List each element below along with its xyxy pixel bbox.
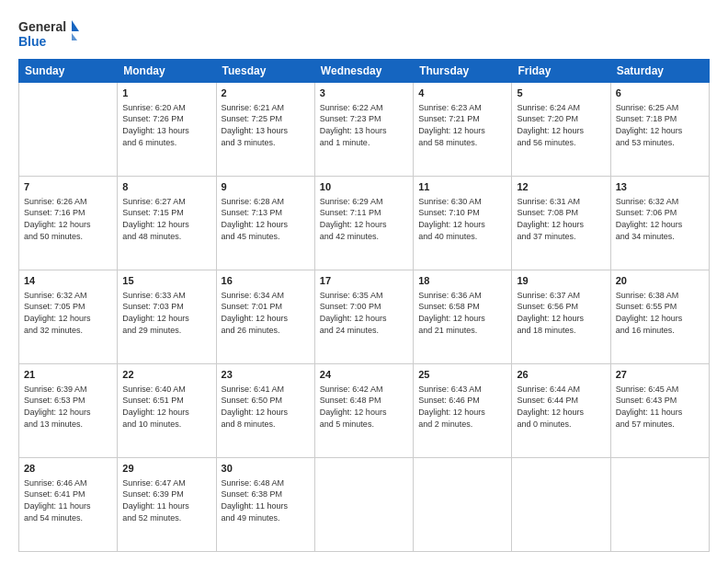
cell-info-line: Sunset: 7:05 PM xyxy=(24,301,112,313)
cell-info-line: Sunset: 7:18 PM xyxy=(616,113,704,125)
cell-info-line: Daylight: 12 hours xyxy=(122,407,210,419)
cell-info-line: Daylight: 11 hours xyxy=(122,500,210,512)
svg-text:General: General xyxy=(18,19,66,34)
cell-info-line: Sunrise: 6:44 AM xyxy=(517,384,605,396)
day-number: 23 xyxy=(222,368,310,382)
cell-info-line: and 29 minutes. xyxy=(122,325,210,337)
cell-info-line: Sunset: 7:21 PM xyxy=(418,113,506,125)
cell-info-line: Daylight: 12 hours xyxy=(517,219,605,231)
cell-info-line: and 45 minutes. xyxy=(222,231,310,243)
cell-info-line: Sunset: 7:01 PM xyxy=(222,301,310,313)
cell-info-line: Sunrise: 6:34 AM xyxy=(222,290,310,302)
day-number: 25 xyxy=(418,368,506,382)
calendar-cell: 18Sunrise: 6:36 AMSunset: 6:58 PMDayligh… xyxy=(414,270,512,364)
cell-info-line: Sunrise: 6:37 AM xyxy=(517,290,605,302)
cell-info-line: Sunrise: 6:24 AM xyxy=(517,102,605,114)
day-header-thursday: Thursday xyxy=(414,60,512,83)
cell-info-line: Sunset: 7:26 PM xyxy=(122,113,210,125)
logo-svg: General Blue xyxy=(18,15,83,52)
calendar-cell: 11Sunrise: 6:30 AMSunset: 7:10 PMDayligh… xyxy=(414,177,512,270)
cell-info-line: and 53 minutes. xyxy=(616,137,704,149)
calendar-cell xyxy=(19,83,118,177)
calendar-cell xyxy=(610,458,709,552)
day-header-monday: Monday xyxy=(118,60,216,83)
day-number: 13 xyxy=(616,180,704,194)
cell-info-line: Sunrise: 6:32 AM xyxy=(616,196,704,208)
cell-info-line: Sunrise: 6:28 AM xyxy=(222,196,310,208)
day-number: 18 xyxy=(418,274,506,288)
cell-info-line: Sunrise: 6:48 AM xyxy=(222,477,310,489)
cell-info-line: Sunset: 6:58 PM xyxy=(418,301,506,313)
cell-info-line: and 54 minutes. xyxy=(24,512,112,524)
day-number: 28 xyxy=(24,462,112,476)
cell-info-line: Sunset: 6:53 PM xyxy=(24,395,112,407)
cell-info-line: Daylight: 12 hours xyxy=(418,219,506,231)
cell-info-line: and 56 minutes. xyxy=(517,137,605,149)
cell-info-line: Sunset: 7:06 PM xyxy=(616,207,704,219)
day-number: 24 xyxy=(320,368,408,382)
calendar-cell xyxy=(414,458,512,552)
cell-info-line: Sunrise: 6:29 AM xyxy=(320,196,408,208)
cell-info-line: Sunset: 6:44 PM xyxy=(517,395,605,407)
cell-info-line: Sunrise: 6:30 AM xyxy=(418,196,506,208)
cell-info-line: Sunrise: 6:20 AM xyxy=(122,102,210,114)
day-number: 11 xyxy=(418,180,506,194)
cell-info-line: Sunrise: 6:25 AM xyxy=(616,102,704,114)
day-number: 21 xyxy=(24,368,112,382)
day-number: 20 xyxy=(616,274,704,288)
calendar-cell: 23Sunrise: 6:41 AMSunset: 6:50 PMDayligh… xyxy=(216,364,314,458)
day-header-friday: Friday xyxy=(512,60,610,83)
cell-info-line: Daylight: 11 hours xyxy=(24,500,112,512)
cell-info-line: and 26 minutes. xyxy=(222,325,310,337)
cell-info-line: Daylight: 12 hours xyxy=(517,125,605,137)
cell-info-line: Daylight: 12 hours xyxy=(616,313,704,325)
header: General Blue xyxy=(18,15,710,52)
cell-info-line: Sunset: 6:56 PM xyxy=(517,301,605,313)
day-number: 9 xyxy=(222,180,310,194)
day-number: 2 xyxy=(222,86,310,100)
cell-info-line: Sunrise: 6:23 AM xyxy=(418,102,506,114)
calendar-cell: 2Sunrise: 6:21 AMSunset: 7:25 PMDaylight… xyxy=(216,83,314,177)
cell-info-line: Daylight: 12 hours xyxy=(122,313,210,325)
day-number: 27 xyxy=(616,368,704,382)
cell-info-line: and 16 minutes. xyxy=(616,325,704,337)
calendar-table: SundayMondayTuesdayWednesdayThursdayFrid… xyxy=(18,59,710,552)
calendar-cell: 3Sunrise: 6:22 AMSunset: 7:23 PMDaylight… xyxy=(314,83,413,177)
cell-info-line: Sunset: 6:41 PM xyxy=(24,488,112,500)
day-number: 29 xyxy=(122,462,210,476)
cell-info-line: Sunset: 6:55 PM xyxy=(616,301,704,313)
cell-info-line: Sunset: 7:16 PM xyxy=(24,207,112,219)
calendar-cell: 4Sunrise: 6:23 AMSunset: 7:21 PMDaylight… xyxy=(414,83,512,177)
cell-info-line: Sunset: 6:50 PM xyxy=(222,395,310,407)
calendar-cell: 24Sunrise: 6:42 AMSunset: 6:48 PMDayligh… xyxy=(314,364,413,458)
calendar-cell: 17Sunrise: 6:35 AMSunset: 7:00 PMDayligh… xyxy=(314,270,413,364)
calendar-cell: 22Sunrise: 6:40 AMSunset: 6:51 PMDayligh… xyxy=(118,364,216,458)
day-number: 8 xyxy=(122,180,210,194)
cell-info-line: Daylight: 12 hours xyxy=(222,219,310,231)
cell-info-line: and 1 minute. xyxy=(320,137,408,149)
calendar-cell: 10Sunrise: 6:29 AMSunset: 7:11 PMDayligh… xyxy=(314,177,413,270)
cell-info-line: and 6 minutes. xyxy=(122,137,210,149)
cell-info-line: Daylight: 12 hours xyxy=(517,407,605,419)
calendar-cell: 13Sunrise: 6:32 AMSunset: 7:06 PMDayligh… xyxy=(610,177,709,270)
cell-info-line: Sunset: 7:03 PM xyxy=(122,301,210,313)
cell-info-line: Sunset: 6:51 PM xyxy=(122,395,210,407)
day-number: 4 xyxy=(418,86,506,100)
cell-info-line: and 58 minutes. xyxy=(418,137,506,149)
calendar-cell xyxy=(512,458,610,552)
cell-info-line: Daylight: 13 hours xyxy=(122,125,210,137)
calendar-week-3: 14Sunrise: 6:32 AMSunset: 7:05 PMDayligh… xyxy=(19,270,710,364)
cell-info-line: Sunset: 7:15 PM xyxy=(122,207,210,219)
cell-info-line: Sunrise: 6:31 AM xyxy=(517,196,605,208)
calendar-cell: 14Sunrise: 6:32 AMSunset: 7:05 PMDayligh… xyxy=(19,270,118,364)
day-number: 1 xyxy=(122,86,210,100)
day-number: 30 xyxy=(222,462,310,476)
cell-info-line: and 37 minutes. xyxy=(517,231,605,243)
cell-info-line: Sunrise: 6:42 AM xyxy=(320,384,408,396)
cell-info-line: Daylight: 12 hours xyxy=(222,313,310,325)
cell-info-line: and 21 minutes. xyxy=(418,325,506,337)
calendar-cell: 8Sunrise: 6:27 AMSunset: 7:15 PMDaylight… xyxy=(118,177,216,270)
calendar-cell: 28Sunrise: 6:46 AMSunset: 6:41 PMDayligh… xyxy=(19,458,118,552)
cell-info-line: Sunset: 7:00 PM xyxy=(320,301,408,313)
calendar-cell: 5Sunrise: 6:24 AMSunset: 7:20 PMDaylight… xyxy=(512,83,610,177)
